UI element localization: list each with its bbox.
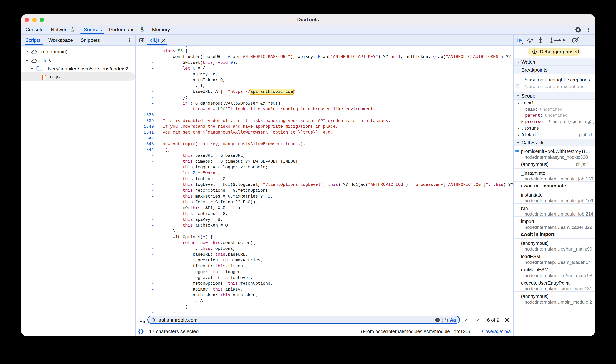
svg-text:B: B (143, 320, 145, 324)
svg-text:A: A (140, 317, 141, 320)
